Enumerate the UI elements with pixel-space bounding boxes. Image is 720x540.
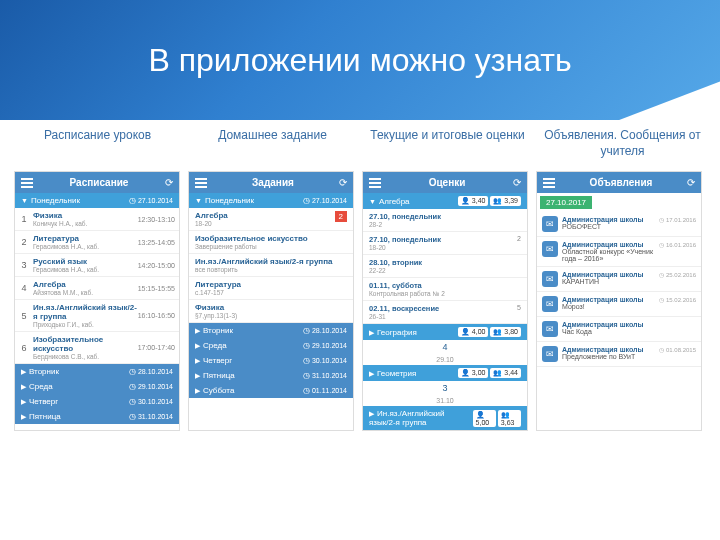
announcement-date: ◷ 01.08.2015 bbox=[659, 346, 696, 353]
lesson-time: 17:00-17:40 bbox=[138, 344, 175, 351]
lesson-row[interactable]: 3 Русский язык Герасимова Н.А., каб. 14:… bbox=[15, 254, 179, 277]
lesson-subject: Русский язык bbox=[33, 257, 138, 266]
lesson-time: 13:25-14:05 bbox=[138, 239, 175, 246]
lesson-row[interactable]: 6 Изобразительное искусство Бердникова С… bbox=[15, 332, 179, 364]
lesson-subject: Изобразительное искусство bbox=[33, 335, 138, 353]
menu-icon[interactable] bbox=[195, 178, 207, 188]
grade-value: 5 bbox=[517, 304, 521, 311]
lesson-number: 2 bbox=[19, 237, 29, 247]
day-collapsed[interactable]: Суббота 01.11.2014 bbox=[189, 383, 353, 398]
day-collapsed[interactable]: Пятница 31.10.2014 bbox=[189, 368, 353, 383]
homework-row[interactable]: Алгебра 18-20 2 bbox=[189, 208, 353, 231]
lesson-row[interactable]: 5 Ин.яз./Английский язык/2-я группа Прих… bbox=[15, 300, 179, 332]
caption-grades: Текущие и итоговые оценки bbox=[368, 128, 528, 159]
grade-desc: 28-2 bbox=[369, 221, 521, 228]
announcement-sender: Администрация школы bbox=[562, 216, 655, 223]
grade-desc: 18-20 bbox=[369, 244, 521, 251]
chevron-right-icon bbox=[21, 397, 26, 406]
screen-homework: Задания ⟳ Понедельник 27.10.2014 Алгебра… bbox=[188, 171, 354, 431]
lesson-row[interactable]: 4 Алгебра Айзятова М.М., каб. 15:15-15:5… bbox=[15, 277, 179, 300]
announcement-row[interactable]: ✉ Администрация школы Областной конкурс … bbox=[537, 237, 701, 267]
mail-icon: ✉ bbox=[542, 241, 558, 257]
day-header[interactable]: Понедельник 27.10.2014 bbox=[189, 193, 353, 208]
grade-desc: 22-22 bbox=[369, 267, 521, 274]
day-collapsed[interactable]: Среда 29.10.2014 bbox=[15, 379, 179, 394]
homework-detail: все повторить bbox=[195, 266, 347, 273]
chevron-right-icon bbox=[195, 341, 200, 350]
grade-row[interactable]: 28.10, вторник 22-22 bbox=[363, 255, 527, 278]
announcement-row[interactable]: ✉ Администрация школы РОБОФЕСТ ◷ 17.01.2… bbox=[537, 212, 701, 237]
announcement-row[interactable]: ✉ Администрация школы Мороз! ◷ 15.02.201… bbox=[537, 292, 701, 317]
lesson-subject: Физика bbox=[33, 211, 138, 220]
chevron-right-icon bbox=[21, 367, 26, 376]
announcement-row[interactable]: ✉ Администрация школы Час Кода bbox=[537, 317, 701, 342]
homework-subject: Литература bbox=[195, 280, 347, 289]
grade-row[interactable]: 5 02.11, воскресение 26-31 bbox=[363, 301, 527, 324]
chevron-icon bbox=[369, 328, 374, 337]
homework-row[interactable]: Ин.яз./Английский язык/2-я группа все по… bbox=[189, 254, 353, 277]
grade-subject-header[interactable]: География 👤 4,00 👥 3,80 bbox=[363, 324, 527, 340]
grade-row[interactable]: 27.10, понедельник 28-2 bbox=[363, 209, 527, 232]
day-date: 28.10.2014 bbox=[129, 367, 173, 376]
lesson-teacher: Бердникова С.В., каб. bbox=[33, 353, 138, 360]
menu-icon[interactable] bbox=[21, 178, 33, 188]
day-collapsed[interactable]: Четверг 30.10.2014 bbox=[15, 394, 179, 409]
grade-row[interactable]: 01.11, суббота Контрольная работа № 2 bbox=[363, 278, 527, 301]
screen-announcements: Объявления ⟳ 27.10.2017 ✉ Администрация … bbox=[536, 171, 702, 431]
grade-class: 👥 3,39 bbox=[490, 196, 521, 206]
announcement-date: ◷ 15.02.2016 bbox=[659, 296, 696, 303]
day-header[interactable]: Понедельник 27.10.2014 bbox=[15, 193, 179, 208]
chevron-right-icon bbox=[195, 356, 200, 365]
homework-row[interactable]: Литература с.147-157 bbox=[189, 277, 353, 300]
menu-icon[interactable] bbox=[369, 178, 381, 188]
grade-date: 01.11, суббота bbox=[369, 281, 521, 290]
announcement-date: ◷ 16.01.2016 bbox=[659, 241, 696, 248]
announcement-row[interactable]: ✉ Администрация школы Предложение по ВУи… bbox=[537, 342, 701, 367]
day-collapsed[interactable]: Среда 29.10.2014 bbox=[189, 338, 353, 353]
refresh-icon[interactable]: ⟳ bbox=[687, 177, 695, 188]
grade-desc: Контрольная работа № 2 bbox=[369, 290, 521, 297]
phones-row: Расписание ⟳ Понедельник 27.10.2014 1 Фи… bbox=[0, 171, 720, 431]
lesson-time: 15:15-15:55 bbox=[138, 285, 175, 292]
chevron-right-icon bbox=[195, 386, 200, 395]
lesson-row[interactable]: 2 Литература Герасимова Н.А., каб. 13:25… bbox=[15, 231, 179, 254]
menu-icon[interactable] bbox=[543, 178, 555, 188]
app-bar-title: Объявления bbox=[555, 177, 687, 188]
mail-icon: ✉ bbox=[542, 296, 558, 312]
grade-row[interactable]: 2 27.10, понедельник 18-20 bbox=[363, 232, 527, 255]
grade-subject-header[interactable]: Геометрия 👤 3,00 👥 3,44 bbox=[363, 365, 527, 381]
app-bar-title: Расписание bbox=[33, 177, 165, 188]
grade-subject-header[interactable]: Ин.яз./Английский язык/2-я группа 👤 5,00… bbox=[363, 406, 527, 430]
mail-icon: ✉ bbox=[542, 346, 558, 362]
refresh-icon[interactable]: ⟳ bbox=[513, 177, 521, 188]
day-collapsed[interactable]: Пятница 31.10.2014 bbox=[15, 409, 179, 424]
header-banner: В приложении можно узнать bbox=[0, 0, 720, 120]
chevron-right-icon bbox=[195, 326, 200, 335]
refresh-icon[interactable]: ⟳ bbox=[165, 177, 173, 188]
day-collapsed[interactable]: Четверг 30.10.2014 bbox=[189, 353, 353, 368]
grade-class: 👥 3,44 bbox=[490, 368, 521, 378]
lesson-row[interactable]: 1 Физика Коничук Н.А., каб. 12:30-13:10 bbox=[15, 208, 179, 231]
grade-personal: 👤 4,00 bbox=[458, 327, 489, 337]
homework-subject: Физика bbox=[195, 303, 347, 312]
grade-personal: 👤 3,40 bbox=[458, 196, 489, 206]
homework-row[interactable]: Изобразительное искусство Завершение раб… bbox=[189, 231, 353, 254]
grade-subject-header[interactable]: Алгебра 👤 3,40 👥 3,39 bbox=[363, 193, 527, 209]
announcement-row[interactable]: ✉ Администрация школы КАРАНТИН ◷ 25.02.2… bbox=[537, 267, 701, 292]
homework-row[interactable]: Физика §7,упр.13(1-3) bbox=[189, 300, 353, 323]
app-bar-title: Задания bbox=[207, 177, 339, 188]
lesson-teacher: Коничук Н.А., каб. bbox=[33, 220, 138, 227]
mail-icon: ✉ bbox=[542, 271, 558, 287]
day-date: 30.10.2014 bbox=[129, 397, 173, 406]
refresh-icon[interactable]: ⟳ bbox=[339, 177, 347, 188]
app-bar: Расписание ⟳ bbox=[15, 172, 179, 193]
day-collapsed[interactable]: Вторник 28.10.2014 bbox=[189, 323, 353, 338]
screen-grades: Оценки ⟳ Алгебра 👤 3,40 👥 3,39 27.10, по… bbox=[362, 171, 528, 431]
caption-homework: Домашнее задание bbox=[193, 128, 353, 159]
day-collapsed[interactable]: Вторник 28.10.2014 bbox=[15, 364, 179, 379]
lesson-teacher: Герасимова Н.А., каб. bbox=[33, 266, 138, 273]
lesson-number: 4 bbox=[19, 283, 29, 293]
announcement-sender: Администрация школы bbox=[562, 296, 655, 303]
announcement-text: Час Кода bbox=[562, 328, 692, 335]
app-bar: Оценки ⟳ bbox=[363, 172, 527, 193]
